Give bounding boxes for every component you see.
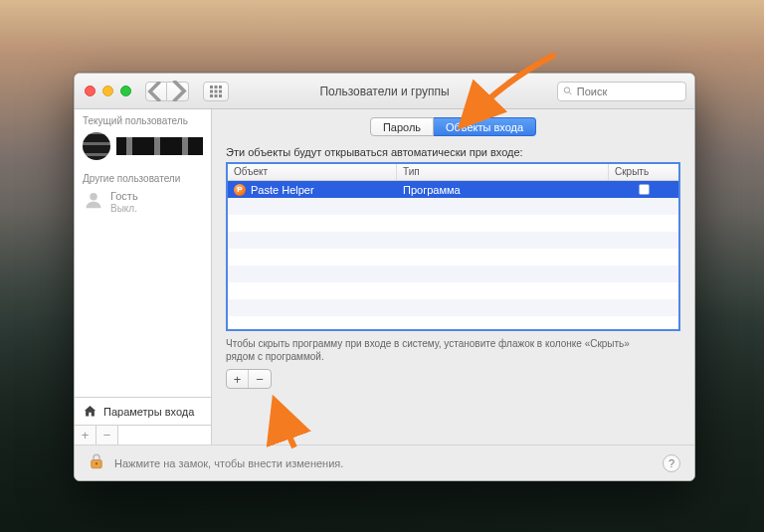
hide-checkbox[interactable]: [639, 184, 650, 195]
lock-text: Нажмите на замок, чтобы внести изменения…: [114, 457, 343, 469]
zoom-window-button[interactable]: [120, 86, 131, 96]
search-icon: [563, 86, 573, 96]
titlebar: Пользователи и группы: [75, 74, 694, 109]
tab-password[interactable]: Пароль: [370, 117, 434, 136]
search-field[interactable]: [557, 82, 686, 101]
svg-point-13: [96, 462, 97, 464]
current-user-section-label: Текущий пользователь: [75, 109, 211, 129]
guest-user-status: Выкл.: [110, 203, 138, 214]
svg-rect-2: [219, 86, 222, 89]
forward-button[interactable]: [167, 82, 189, 101]
current-user-avatar: [83, 132, 110, 160]
chevron-right-icon: [167, 81, 188, 101]
table-body: P Paste Helper Программа: [228, 181, 678, 329]
login-items-table: Объект Тип Скрыть P Paste Helper Програм…: [226, 162, 680, 331]
chevron-left-icon: [146, 82, 166, 101]
tab-login-items[interactable]: Объекты входа: [434, 117, 536, 136]
svg-rect-5: [219, 89, 222, 92]
row-item-kind: Программа: [397, 184, 609, 196]
table-header: Объект Тип Скрыть: [228, 164, 678, 181]
minimize-window-button[interactable]: [102, 86, 113, 96]
autostart-label: Эти объекты будут открываться автоматиче…: [226, 146, 680, 158]
other-users-section-label: Другие пользователи: [75, 167, 211, 187]
guest-user-row[interactable]: Гость Выкл.: [75, 187, 211, 220]
nav-back-forward: [145, 82, 189, 101]
tabs: Пароль Объекты входа: [226, 117, 680, 136]
add-user-button[interactable]: +: [75, 426, 96, 444]
window-controls: [83, 86, 131, 96]
login-options-button[interactable]: Параметры входа: [75, 397, 211, 425]
col-item[interactable]: Объект: [228, 164, 397, 180]
close-window-button[interactable]: [85, 86, 96, 96]
hide-hint: Чтобы скрыть программу при входе в систе…: [226, 337, 644, 363]
lock-button[interactable]: [89, 452, 104, 473]
remove-user-button[interactable]: −: [96, 426, 118, 444]
login-items-add-remove: + −: [226, 369, 272, 389]
svg-rect-6: [210, 94, 213, 97]
login-options-label: Параметры входа: [103, 406, 194, 418]
svg-rect-4: [215, 89, 218, 92]
col-hide[interactable]: Скрыть: [609, 164, 678, 180]
house-icon: [83, 404, 97, 419]
window-body: Текущий пользователь Другие пользователи…: [75, 109, 694, 444]
search-input[interactable]: [577, 86, 680, 97]
svg-line-10: [569, 92, 571, 94]
help-button[interactable]: ?: [663, 454, 680, 472]
users-sidebar: Текущий пользователь Другие пользователи…: [75, 109, 212, 444]
svg-point-9: [564, 88, 569, 92]
sidebar-add-remove: + −: [75, 425, 211, 444]
guest-user-name: Гость: [110, 190, 138, 203]
table-row[interactable]: P Paste Helper Программа: [228, 181, 678, 198]
preferences-window: Пользователи и группы Текущий пользовате…: [74, 73, 695, 481]
svg-rect-1: [215, 86, 218, 89]
user-silhouette-icon: [84, 190, 103, 210]
main-pane: Пароль Объекты входа Эти объекты будут о…: [212, 109, 694, 444]
row-item-name: Paste Helper: [251, 184, 314, 196]
app-icon: P: [234, 184, 246, 196]
empty-rows: [228, 198, 678, 329]
svg-point-11: [90, 193, 97, 201]
current-user-name-redacted: [116, 137, 203, 155]
svg-rect-8: [219, 94, 222, 97]
svg-rect-3: [210, 89, 213, 92]
add-login-item-button[interactable]: +: [227, 370, 249, 388]
grid-icon: [210, 86, 222, 97]
col-kind[interactable]: Тип: [397, 164, 609, 180]
back-button[interactable]: [145, 82, 167, 101]
footer: Нажмите на замок, чтобы внести изменения…: [75, 444, 694, 480]
remove-login-item-button[interactable]: −: [249, 370, 271, 388]
svg-rect-7: [215, 94, 218, 97]
show-all-button[interactable]: [203, 82, 229, 101]
lock-icon: [89, 452, 104, 470]
current-user-row[interactable]: [75, 129, 211, 163]
svg-rect-0: [210, 86, 213, 89]
